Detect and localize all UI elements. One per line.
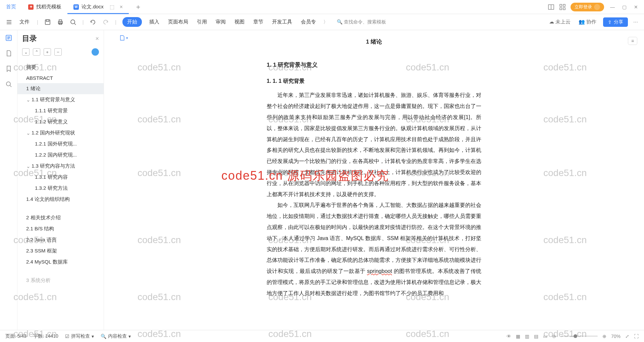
svg-line-21 — [10, 86, 11, 87]
collapse-pane-icon[interactable]: ≡ — [628, 37, 637, 45]
view-print-icon[interactable]: ▥ — [525, 334, 529, 339]
menu-devtools[interactable]: 开发工具 — [271, 17, 293, 27]
menubar: 文件 | | | 开始 插入 页面布局 引用 审阅 视图 章节 开发工具 会员专… — [0, 14, 644, 30]
toc-label: 1 绪论 — [26, 86, 41, 92]
new-tab-button[interactable]: ＋ — [129, 0, 148, 14]
document-page[interactable]: 1 绪论 1. 1 研究背景与意义 1. 1. 1 研究背景 近年来，第三产业发… — [253, 30, 495, 330]
toc-item[interactable]: ⌄1.3 研究内容与方法 — [17, 161, 104, 172]
menu-start[interactable]: 开始 — [122, 17, 142, 27]
layout-icon[interactable] — [548, 4, 554, 10]
chevron-down-icon[interactable]: ⌄ — [26, 97, 31, 103]
chevron-down-icon[interactable]: ⌄ — [26, 163, 31, 169]
toc-label: 1.2.2 国内研究现... — [35, 152, 77, 158]
menu-chapter[interactable]: 章节 — [252, 17, 265, 27]
content-check-toggle[interactable]: 🔍 内容检查 ▾ — [101, 333, 131, 339]
heading-1: 1 绪论 — [267, 36, 481, 48]
zoom-value[interactable]: 70% — [611, 334, 621, 339]
minimize-icon[interactable]: — — [609, 3, 616, 11]
maximize-icon[interactable]: ▢ — [621, 3, 628, 11]
toc-item[interactable]: 1.2.1 国外研究现... — [17, 138, 104, 150]
page-tool-icon[interactable]: ▾ — [119, 35, 128, 41]
undo-icon[interactable] — [90, 19, 96, 25]
zoom-slider[interactable] — [561, 336, 598, 337]
view-outline-icon[interactable]: ▤ — [534, 334, 538, 339]
toc-label: 1.2.1 国外研究现... — [35, 141, 77, 147]
word-count[interactable]: 字数: 14410 — [33, 333, 58, 339]
chevron-down-icon[interactable]: ⌄ — [26, 130, 31, 136]
page-indicator[interactable]: 页面: 5/43 — [5, 333, 26, 339]
toc-item[interactable]: 2.4 MySQL 数据库 — [17, 256, 104, 268]
tab-home[interactable]: 首页 — [0, 0, 22, 14]
menu-file[interactable]: 文件 — [18, 17, 31, 27]
menu-member[interactable]: 会员专 — [300, 17, 317, 27]
toc-item[interactable]: 1.4 论文的组织结构 — [17, 194, 104, 205]
close-panel-icon[interactable]: × — [95, 35, 99, 42]
save-icon[interactable] — [44, 19, 51, 25]
tab-document[interactable]: W 论文.docx ⬚ × — [67, 0, 129, 14]
share-button[interactable]: ⇪分享 — [603, 17, 628, 27]
redo-icon[interactable] — [102, 19, 109, 25]
toc-item[interactable]: ⌄1.1 研究背景与意义 — [17, 94, 104, 105]
menu-review[interactable]: 审阅 — [214, 17, 227, 27]
toc-item[interactable]: 摘要 — [17, 62, 104, 73]
close-window-icon[interactable]: ✕ — [633, 3, 639, 11]
toc-item[interactable]: 3 系统分析 — [17, 275, 104, 286]
menu-layout[interactable]: 页面布局 — [167, 17, 190, 27]
hamburger-icon[interactable] — [6, 19, 12, 25]
tab-pin-icon[interactable]: ⬚ — [110, 4, 114, 10]
toc-item[interactable]: 1.2.2 国内研究现... — [17, 150, 104, 161]
view-read-icon[interactable]: ▭ — [543, 334, 547, 339]
page-icon[interactable] — [5, 50, 12, 57]
toc-label: 2.4 MySQL 数据库 — [26, 259, 68, 265]
svg-rect-4 — [560, 8, 562, 10]
more-menu-icon[interactable]: ⋯ — [633, 19, 638, 25]
assistant-icon[interactable] — [92, 48, 99, 56]
toc-item[interactable]: 2 相关技术介绍 — [17, 212, 104, 223]
more-icon[interactable]: 〉 — [323, 19, 328, 25]
zoom-out-icon[interactable]: ⊖ — [552, 334, 556, 339]
toc-label: 2.2 Java 语言 — [26, 237, 57, 243]
login-button[interactable]: 立即登录 — [571, 3, 604, 11]
toc-item[interactable]: 1.3.1 研究内容 — [17, 172, 104, 183]
search-rail-icon[interactable] — [5, 80, 12, 88]
zoom-thumb[interactable] — [574, 334, 577, 338]
toc-item[interactable]: 1.3.2 研究方法 — [17, 183, 104, 194]
zoom-in-icon[interactable]: ⊕ — [602, 334, 606, 339]
svg-point-14 — [71, 20, 75, 24]
menu-view[interactable]: 视图 — [233, 17, 246, 27]
menu-reference[interactable]: 引用 — [196, 17, 208, 27]
outline-toggle-icon[interactable] — [5, 34, 12, 42]
cloud-status[interactable]: ☁ 未上云 — [548, 17, 572, 27]
expand-all-icon[interactable]: ⌃ — [33, 48, 40, 56]
spell-check-toggle[interactable]: ☑ 拼写检查 ▾ — [65, 333, 94, 339]
toc-item[interactable]: 2.2 Java 语言 — [17, 234, 104, 245]
close-icon[interactable]: × — [120, 4, 123, 10]
tab-template[interactable]: ✦ 找稻壳模板 — [22, 0, 67, 14]
share-label: 分享 — [614, 19, 623, 25]
grid-icon[interactable] — [559, 4, 566, 10]
view-web-icon[interactable]: ▦ — [516, 334, 520, 339]
toc-item[interactable]: ⌄1.2 国内外研究现状 — [17, 127, 104, 138]
toc-item[interactable]: 2.3 SSM 框架 — [17, 245, 104, 256]
toc-label: 2.1 B/S 结构 — [26, 226, 54, 232]
collapse-all-icon[interactable]: ⌄ — [22, 48, 30, 56]
toc-item[interactable]: 2.1 B/S 结构 — [17, 223, 104, 234]
fullscreen-icon[interactable]: ⛶ — [634, 334, 639, 339]
eye-icon[interactable]: 👁 — [506, 334, 511, 339]
fit-width-icon[interactable]: ⤢ — [625, 334, 629, 339]
menu-insert[interactable]: 插入 — [148, 17, 161, 27]
toc-item[interactable]: 1.1.2 研究意义 — [17, 116, 104, 127]
template-icon: ✦ — [28, 4, 34, 10]
remove-item-icon[interactable]: − — [54, 48, 62, 56]
bookmark-icon[interactable] — [5, 65, 12, 72]
collaboration-button[interactable]: 👥 协作 — [577, 17, 598, 27]
add-item-icon[interactable]: + — [44, 48, 51, 56]
preview-icon[interactable] — [70, 19, 76, 25]
search-commands[interactable]: 🔍 查找命令、搜索模板 — [337, 19, 386, 25]
print-icon[interactable] — [57, 19, 64, 25]
toc-item[interactable]: 1 绪论 — [17, 83, 104, 94]
toc-label: 1.3.2 研究方法 — [35, 185, 68, 191]
toc-item[interactable]: ABSTRACT — [17, 73, 104, 83]
toc-item[interactable]: 1.1.1 研究背景 — [17, 105, 104, 116]
workspace: 目录 × ⌄ ⌃ + − 摘要ABSTRACT1 绪论⌄1.1 研究背景与意义1… — [0, 30, 644, 330]
